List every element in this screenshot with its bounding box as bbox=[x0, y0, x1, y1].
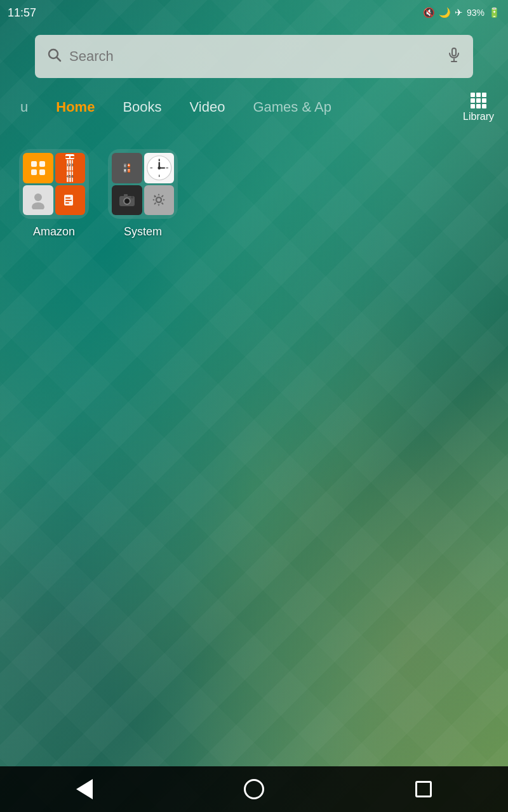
svg-rect-14 bbox=[65, 202, 69, 204]
status-time: 11:57 bbox=[8, 6, 36, 20]
svg-point-9 bbox=[34, 193, 42, 201]
app-icon-clock bbox=[144, 153, 175, 183]
library-label: Library bbox=[463, 111, 494, 122]
svg-rect-27 bbox=[124, 194, 128, 197]
nav-tab-books[interactable]: Books bbox=[109, 89, 175, 126]
folder-system-icon: - + × = bbox=[108, 149, 178, 219]
apps-area: 1 2 3 4 5 6 bbox=[0, 136, 508, 251]
search-icon bbox=[46, 47, 62, 66]
svg-rect-7 bbox=[31, 169, 37, 175]
search-input[interactable] bbox=[69, 48, 439, 65]
svg-point-26 bbox=[125, 199, 129, 203]
status-icons: 🔇 🌙 ✈ 93% 🔋 bbox=[423, 7, 500, 18]
recent-icon bbox=[415, 781, 432, 797]
nav-tab-home[interactable]: Home bbox=[42, 89, 109, 126]
airplane-icon: ✈ bbox=[455, 7, 463, 18]
battery-percentage: 93% bbox=[467, 8, 485, 18]
bottom-nav bbox=[0, 766, 508, 812]
folder-amazon[interactable]: 1 2 3 4 5 6 bbox=[19, 149, 89, 239]
library-button[interactable]: Library bbox=[455, 89, 502, 126]
svg-line-1 bbox=[57, 58, 61, 62]
svg-point-23 bbox=[157, 166, 161, 169]
nav-tab-video[interactable]: Video bbox=[176, 89, 239, 126]
svg-point-28 bbox=[131, 196, 133, 199]
app-icon-calendar: 1 2 3 4 5 6 bbox=[55, 153, 86, 183]
svg-point-29 bbox=[156, 197, 161, 202]
mute-icon: 🔇 bbox=[423, 7, 435, 18]
app-icon-files bbox=[55, 185, 86, 216]
app-icon-camera bbox=[112, 185, 142, 216]
svg-rect-2 bbox=[452, 48, 456, 56]
back-icon bbox=[76, 779, 93, 799]
library-grid-icon bbox=[471, 93, 486, 108]
moon-icon: 🌙 bbox=[439, 7, 451, 18]
folder-system-label: System bbox=[124, 225, 162, 239]
folder-amazon-icon: 1 2 3 4 5 6 bbox=[19, 149, 89, 219]
svg-rect-6 bbox=[39, 161, 45, 167]
nav-tab-games[interactable]: Games & Ap bbox=[239, 89, 345, 126]
svg-rect-13 bbox=[65, 200, 72, 201]
app-icon-settings bbox=[144, 185, 175, 216]
app-icon-calculator: - + × = bbox=[112, 153, 142, 183]
home-icon bbox=[244, 779, 264, 799]
svg-point-10 bbox=[32, 202, 44, 209]
back-button[interactable] bbox=[69, 773, 100, 805]
svg-rect-12 bbox=[65, 197, 70, 199]
battery-icon: 🔋 bbox=[488, 7, 500, 18]
status-bar: 11:57 🔇 🌙 ✈ 93% 🔋 bbox=[0, 0, 508, 25]
home-button[interactable] bbox=[238, 773, 270, 805]
mic-icon[interactable] bbox=[446, 47, 462, 66]
folder-system[interactable]: - + × = bbox=[108, 149, 178, 239]
recent-button[interactable] bbox=[408, 773, 439, 805]
svg-rect-8 bbox=[39, 169, 45, 175]
app-icon-apps bbox=[23, 153, 53, 183]
folder-amazon-label: Amazon bbox=[33, 225, 75, 239]
search-bar[interactable] bbox=[35, 35, 473, 78]
app-icon-contacts bbox=[23, 185, 53, 216]
nav-tabs: u Home Books Video Games & Ap Library bbox=[0, 89, 508, 126]
svg-rect-5 bbox=[31, 161, 37, 167]
nav-tab-u[interactable]: u bbox=[6, 89, 42, 126]
